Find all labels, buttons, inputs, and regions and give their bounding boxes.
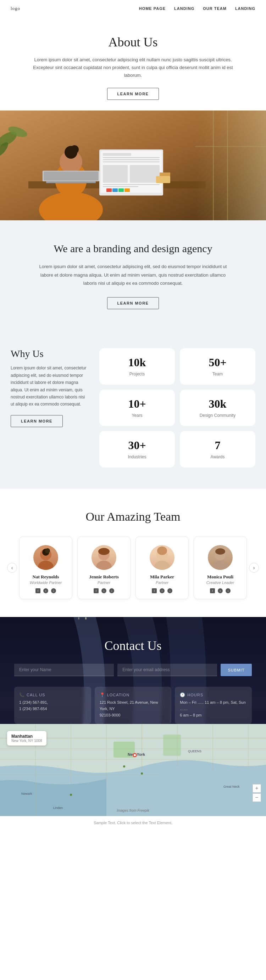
hours-text: Mon – Fri ….. 11 am – 8 pm, Sat, Sun …… … [180, 700, 247, 718]
contact-section: Contact Us SUBMIT 📞 CALL US 1 (234) 567-… [0, 617, 266, 724]
svg-rect-22 [227, 110, 228, 220]
location-title: 📍 LOCATION [100, 692, 167, 697]
stat-number-team: 50+ [187, 356, 248, 369]
contact-title: Contact Us [14, 638, 252, 653]
team-member-nat-reynolds: Nat Reynolds Worldwide Partner f t i [19, 536, 72, 599]
team-member-name-nat: Nat Reynolds [25, 574, 66, 580]
location-text: 121 Rock Street, 21 Avenue, New York, NY… [100, 700, 167, 718]
svg-rect-49 [78, 617, 79, 619]
svg-point-75 [134, 754, 136, 756]
svg-rect-32 [125, 188, 130, 192]
carousel-next-button[interactable]: › [249, 563, 259, 573]
social-icons-nat: f t i [25, 588, 66, 593]
svg-rect-9 [103, 153, 131, 156]
stat-label-industries: Industries [128, 454, 146, 459]
map-location-sub: New York, NY 1008 [11, 739, 42, 743]
svg-text:Newark: Newark [21, 792, 32, 795]
stats-grid: 10k Projects 50+ Team 10+ Years 30k Desi… [99, 348, 255, 468]
twitter-icon-mila[interactable]: t [160, 588, 165, 593]
team-member-name-jennie: Jennie Roberts [83, 574, 125, 580]
nav-home[interactable]: HOME PAGE [139, 6, 166, 11]
contact-submit-button[interactable]: SUBMIT [221, 664, 252, 676]
contact-info-cards: 📞 CALL US 1 (234) 567-891, 1 (234) 987-6… [14, 687, 252, 724]
svg-rect-12 [103, 162, 160, 162]
map-background: New York Newark QUEENS Great Neck Linden… [0, 724, 266, 816]
stat-number-community: 30k [187, 398, 248, 410]
team-member-monica-pouli: Monica Pouli Creative Leader f t i [194, 536, 247, 599]
nav-landing-1[interactable]: LANDING [174, 6, 194, 11]
facebook-icon-jennie[interactable]: f [94, 588, 99, 593]
branding-section: We are a branding and design agency Lore… [0, 220, 266, 331]
avatar-nat-reynolds [33, 545, 58, 570]
svg-rect-16 [103, 186, 138, 187]
footer-text: Sample Text. Click to select the Text El… [94, 821, 172, 825]
contact-form: SUBMIT [14, 664, 252, 676]
team-title: Our Amazing Team [7, 510, 259, 523]
facebook-icon-nat[interactable]: f [35, 588, 40, 593]
svg-text:Linden: Linden [53, 806, 63, 810]
stat-industries: 30+ Industries [99, 431, 175, 468]
instagram-icon-monica[interactable]: i [226, 588, 231, 593]
map-location-box: Manhattan New York, NY 1008 [7, 731, 46, 746]
social-icons-jennie: f t i [83, 588, 125, 593]
stat-awards: 7 Awards [180, 431, 255, 468]
team-carousel: ‹ Nat Reynolds Worldwide Partner f t i [7, 536, 259, 599]
twitter-icon-nat[interactable]: t [43, 588, 48, 593]
svg-text:Great Neck: Great Neck [223, 785, 240, 788]
branding-learn-more-button[interactable]: LEARN MORE [107, 297, 159, 309]
contact-email-input[interactable] [117, 664, 217, 676]
contact-name-input[interactable] [14, 664, 114, 676]
branding-title: We are a branding and design agency [35, 242, 231, 255]
stat-label-years: Years [131, 413, 142, 418]
team-member-jennie-roberts: Jennie Roberts Partner f t i [77, 536, 130, 599]
svg-point-45 [215, 548, 225, 555]
svg-point-77 [141, 772, 143, 775]
team-section: Our Amazing Team ‹ Nat Reynolds Worldwid… [0, 489, 266, 617]
svg-rect-30 [112, 188, 118, 192]
twitter-icon-jennie[interactable]: t [101, 588, 106, 593]
instagram-icon-nat[interactable]: i [51, 588, 56, 593]
about-learn-more-button[interactable]: LEARN MORE [107, 88, 159, 100]
nav-landing-2[interactable]: LANDING [235, 6, 255, 11]
navbar: logo HOME PAGE LANDING OUR TEAM LANDING [0, 0, 266, 17]
branding-description: Lorem ipsum dolor sit amet, consectetur … [35, 262, 231, 287]
why-us-title: Why Us [11, 348, 89, 360]
svg-rect-10 [103, 157, 160, 158]
svg-rect-17 [46, 181, 96, 183]
map-zoom-in-button[interactable]: + [253, 784, 261, 793]
svg-point-78 [123, 765, 125, 767]
svg-rect-68 [163, 735, 181, 756]
svg-point-41 [154, 561, 170, 570]
nav-our-team[interactable]: OUR TEAM [203, 6, 227, 11]
facebook-icon-mila[interactable]: f [152, 588, 157, 593]
stat-label-community: Design Community [200, 413, 236, 418]
instagram-icon-jennie[interactable]: i [109, 588, 114, 593]
svg-point-36 [45, 548, 50, 553]
team-member-role-jennie: Partner [83, 581, 125, 585]
map-zoom-out-button[interactable]: − [253, 793, 261, 802]
svg-rect-14 [130, 165, 160, 183]
team-member-role-mila: Partner [141, 581, 183, 585]
stat-projects: 10k Projects [99, 348, 175, 385]
svg-rect-50 [85, 617, 87, 619]
stat-label-projects: Projects [130, 372, 145, 377]
svg-text:QUEENS: QUEENS [188, 749, 202, 753]
team-member-role-nat: Worldwide Partner [25, 581, 66, 585]
phone-icon: 📞 [19, 692, 25, 697]
twitter-icon-monica[interactable]: t [218, 588, 223, 593]
stat-team: 50+ Team [180, 348, 255, 385]
why-us-learn-more-button[interactable]: LEARN MORE [11, 415, 63, 427]
svg-point-76 [70, 794, 72, 796]
stat-number-projects: 10k [106, 356, 168, 369]
team-member-name-monica: Monica Pouli [200, 574, 241, 580]
svg-point-44 [212, 561, 228, 570]
carousel-prev-button[interactable]: ‹ [7, 563, 17, 573]
stat-years: 10+ Years [99, 390, 175, 426]
facebook-icon-monica[interactable]: f [210, 588, 215, 593]
instagram-icon-mila[interactable]: i [167, 588, 172, 593]
stat-label-team: Team [212, 372, 223, 377]
svg-rect-29 [106, 188, 112, 192]
svg-rect-11 [103, 159, 160, 160]
team-member-name-mila: Mila Parker [141, 574, 183, 580]
svg-rect-20 [195, 110, 266, 220]
